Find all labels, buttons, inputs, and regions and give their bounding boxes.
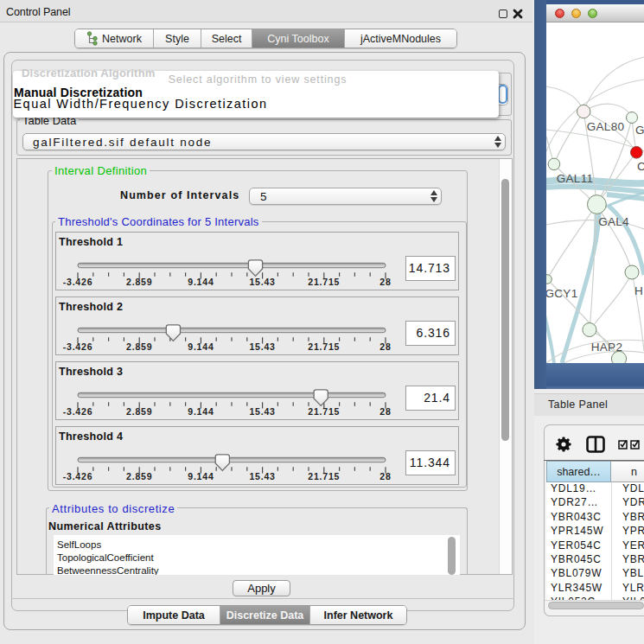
svg-text:9.144: 9.144 <box>188 341 214 352</box>
svg-text:15.43: 15.43 <box>249 471 275 481</box>
svg-text:28: 28 <box>379 277 391 287</box>
svg-text:21.715: 21.715 <box>308 471 340 481</box>
svg-text:2.859: 2.859 <box>126 277 152 287</box>
svg-text:-3.426: -3.426 <box>63 341 93 352</box>
svg-text:21.715: 21.715 <box>308 277 340 287</box>
svg-text:2.859: 2.859 <box>126 406 152 417</box>
svg-text:9.144: 9.144 <box>188 471 214 481</box>
svg-text:HAP2: HAP2 <box>591 341 622 354</box>
svg-text:2.859: 2.859 <box>126 341 152 352</box>
svg-text:-3.426: -3.426 <box>63 277 93 287</box>
svg-text:2.859: 2.859 <box>126 471 152 481</box>
svg-text:-3.426: -3.426 <box>63 406 93 417</box>
svg-text:28: 28 <box>379 406 391 417</box>
svg-text:15.43: 15.43 <box>249 341 275 352</box>
svg-text:21.715: 21.715 <box>308 406 340 417</box>
svg-text:28: 28 <box>379 471 391 481</box>
svg-text:9.144: 9.144 <box>188 406 214 417</box>
svg-text:H: H <box>634 284 643 297</box>
svg-text:GAL4: GAL4 <box>598 215 629 228</box>
svg-text:15.43: 15.43 <box>249 277 275 287</box>
svg-text:-3.426: -3.426 <box>63 471 93 481</box>
svg-text:G.: G. <box>635 124 644 137</box>
svg-text:9.144: 9.144 <box>188 277 214 287</box>
svg-text:15.43: 15.43 <box>249 406 275 417</box>
svg-text:GAL11: GAL11 <box>557 172 594 185</box>
svg-text:21.715: 21.715 <box>308 341 340 352</box>
svg-text:GCY1: GCY1 <box>546 287 577 300</box>
svg-text:C: C <box>637 160 644 173</box>
svg-text:GAL80: GAL80 <box>587 120 625 133</box>
svg-text:28: 28 <box>379 341 391 352</box>
